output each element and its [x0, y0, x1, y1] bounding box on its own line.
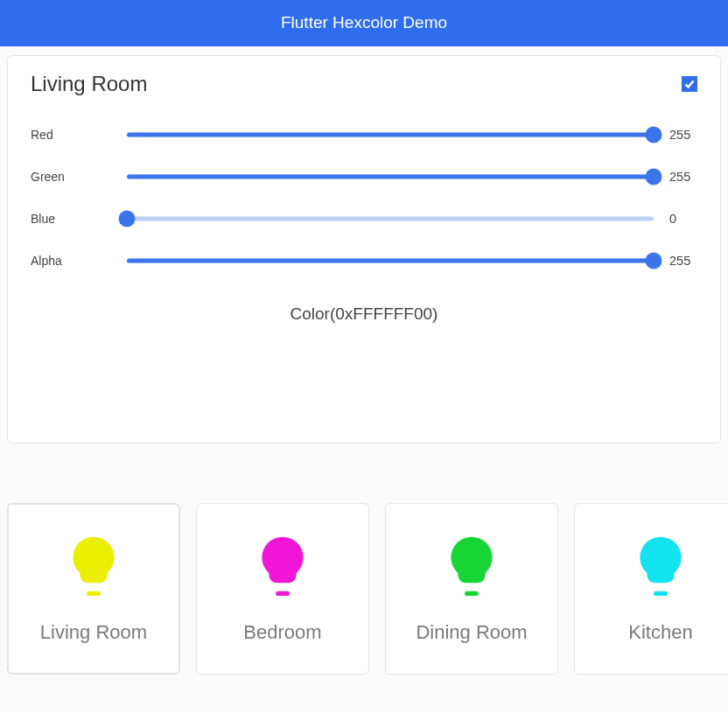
- slider-label: Blue: [31, 212, 127, 226]
- slider-alpha[interactable]: [127, 250, 654, 271]
- slider-row-alpha: Alpha 255: [31, 240, 697, 282]
- slider-row-red: Red 255: [31, 114, 697, 156]
- lightbulb-icon: [258, 535, 307, 602]
- enable-checkbox[interactable]: [682, 76, 697, 92]
- room-title: Living Room: [31, 72, 147, 96]
- svg-point-0: [73, 536, 114, 577]
- lightbulb-icon: [69, 535, 118, 602]
- slider-track-fill: [127, 133, 654, 137]
- card-header: Living Room: [31, 72, 697, 96]
- app-bar: Flutter Hexcolor Demo: [0, 0, 728, 46]
- editor-card: Living Room Red 255 Green 255 Blue 0: [7, 55, 721, 444]
- slider-track-fill: [127, 175, 654, 179]
- svg-point-6: [640, 536, 681, 577]
- slider-thumb[interactable]: [119, 211, 136, 227]
- slider-thumb[interactable]: [646, 253, 662, 269]
- room-card-label: Living Room: [40, 621, 147, 644]
- check-icon: [683, 78, 696, 90]
- app-title: Flutter Hexcolor Demo: [281, 13, 447, 32]
- svg-point-4: [451, 536, 492, 577]
- slider-red[interactable]: [127, 124, 654, 145]
- lightbulb-icon: [636, 535, 685, 602]
- room-card-label: Kitchen: [628, 621, 692, 644]
- slider-label: Alpha: [31, 254, 127, 268]
- lightbulb-icon: [447, 535, 496, 602]
- room-card-dining-room[interactable]: Dining Room: [385, 503, 558, 675]
- slider-track-bg: [127, 217, 654, 221]
- room-card-label: Dining Room: [416, 621, 527, 644]
- svg-point-2: [262, 536, 303, 577]
- svg-rect-7: [654, 591, 668, 595]
- slider-thumb[interactable]: [646, 127, 662, 143]
- slider-value: 0: [654, 212, 697, 226]
- slider-blue[interactable]: [127, 208, 654, 229]
- slider-label: Red: [31, 128, 127, 142]
- slider-track-fill: [127, 259, 654, 263]
- room-card-living-room[interactable]: Living Room: [7, 503, 180, 675]
- svg-rect-1: [87, 591, 101, 595]
- slider-row-green: Green 255: [31, 156, 697, 198]
- room-card-kitchen[interactable]: Kitchen: [574, 503, 728, 675]
- room-card-label: Bedroom: [243, 621, 321, 644]
- slider-row-blue: Blue 0: [31, 198, 697, 240]
- svg-rect-3: [276, 591, 290, 595]
- slider-green[interactable]: [127, 166, 654, 187]
- room-strip: Living Room Bedroom Dining Room Kitchen: [0, 444, 728, 675]
- svg-rect-5: [465, 591, 479, 595]
- room-card-bedroom[interactable]: Bedroom: [196, 503, 369, 675]
- color-hex-readout: Color(0xFFFFFF00): [31, 304, 697, 324]
- slider-thumb[interactable]: [646, 169, 662, 185]
- slider-label: Green: [31, 170, 127, 184]
